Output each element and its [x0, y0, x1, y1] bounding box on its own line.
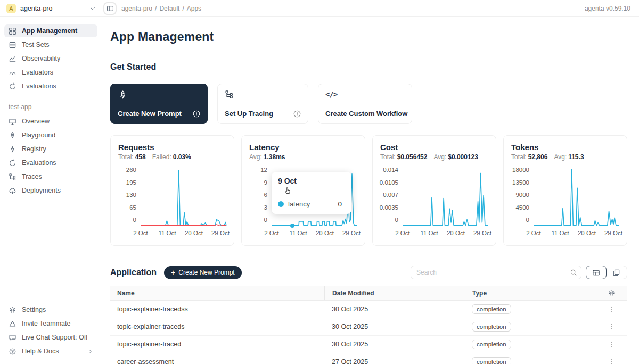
- app-name[interactable]: topic-explainer-traceds: [110, 323, 324, 330]
- info-icon[interactable]: [193, 110, 200, 118]
- create-custom-workflow-card[interactable]: </> Create Custom Workflow: [318, 84, 412, 124]
- search-input[interactable]: [411, 269, 566, 276]
- x-axis: 2 Oct11 Oct20 Oct29 Oct: [403, 230, 488, 237]
- sidebar-item-label: Invite Teammate: [22, 320, 70, 327]
- sidebar-item-label: App Management: [22, 27, 77, 35]
- app-name[interactable]: career-assessment: [110, 358, 324, 364]
- sidebar-item-label: Evaluations: [22, 159, 56, 167]
- code-icon: </>: [325, 90, 405, 98]
- series-color-dot: [278, 201, 284, 207]
- hovered-point-marker: [290, 224, 294, 228]
- create-new-prompt-button[interactable]: + Create New Prompt: [164, 266, 242, 279]
- cycle-icon: [9, 159, 17, 167]
- app-version: agenta v0.59.10: [585, 5, 639, 12]
- table-row[interactable]: career-assessment 27 Oct 2025 completion: [110, 353, 627, 364]
- sidebar-item-label: Live Chat Support: Off: [22, 334, 87, 341]
- stat-label: Avg:: [433, 153, 446, 161]
- breadcrumb-item[interactable]: Apps: [187, 5, 201, 12]
- stat-value: 1.38ms: [264, 153, 285, 161]
- breadcrumb[interactable]: agenta-pro / Default / Apps: [121, 5, 201, 12]
- stat-label: Avg:: [249, 153, 262, 161]
- type-badge: completion: [472, 340, 511, 349]
- sidebar-item-label: Help & Docs: [22, 348, 59, 355]
- breadcrumb-item[interactable]: Default: [159, 5, 179, 12]
- column-header-date-modified[interactable]: Date Modified: [324, 286, 464, 300]
- column-settings-gear-icon[interactable]: [608, 289, 616, 297]
- search-box: [411, 266, 581, 279]
- table-row[interactable]: topic-explainer-traced 30 Oct 2025 compl…: [110, 336, 627, 353]
- chevron-right-icon: [87, 349, 93, 354]
- info-icon[interactable]: [293, 110, 301, 118]
- org-switcher[interactable]: A agenta-pro: [0, 0, 102, 16]
- sidebar-item-playground[interactable]: Playground: [4, 129, 97, 142]
- y-axis: 260195130650: [118, 167, 136, 223]
- sidebar-toggle-button[interactable]: [103, 2, 117, 15]
- button-label: Create New Prompt: [178, 269, 234, 276]
- tooltip-date: 9 Oct: [278, 177, 345, 185]
- sidebar-item-app-management[interactable]: App Management: [4, 24, 97, 37]
- tokens-chart[interactable]: [534, 169, 619, 226]
- y-axis: 129630: [249, 167, 267, 223]
- applications-table: Name Date Modified Type topic-explainer-…: [110, 286, 627, 364]
- sidebar-item-invite-teammate[interactable]: Invite Teammate: [4, 317, 97, 330]
- cost-chart[interactable]: [403, 169, 488, 226]
- row-menu-icon[interactable]: [608, 341, 616, 348]
- card-label: Create New Prompt: [118, 110, 182, 118]
- card-view-icon: [612, 269, 620, 277]
- sidebar-section-label: test-app: [9, 103, 93, 111]
- trace-tree-icon: [9, 173, 17, 181]
- sidebar: App Management Test Sets Observability E…: [0, 17, 102, 364]
- sidebar-item-settings[interactable]: Settings: [4, 303, 97, 316]
- sidebar-item-test-sets[interactable]: Test Sets: [4, 38, 97, 51]
- create-new-prompt-card[interactable]: Create New Prompt: [110, 84, 208, 124]
- stat-value: $0.000123: [448, 153, 478, 161]
- org-name: agenta-pro: [20, 5, 85, 12]
- sidebar-item-evaluators[interactable]: Evaluators: [4, 66, 97, 79]
- type-badge: completion: [472, 304, 511, 314]
- stat-value: 52,806: [528, 153, 548, 161]
- search-icon: [570, 269, 577, 276]
- column-header-name[interactable]: Name: [110, 289, 324, 297]
- app-name[interactable]: topic-explainer-traced: [110, 341, 324, 348]
- sidebar-item-label: Traces: [22, 173, 42, 180]
- search-button[interactable]: [566, 266, 581, 279]
- stat-label: Total:: [380, 153, 396, 161]
- trace-tree-icon: [225, 90, 234, 99]
- sidebar-item-deployments[interactable]: Deployments: [4, 184, 97, 197]
- row-menu-icon[interactable]: [608, 358, 616, 364]
- requests-chart[interactable]: [141, 169, 226, 226]
- sidebar-item-evaluations-app[interactable]: Evaluations: [4, 156, 97, 169]
- column-header-type[interactable]: Type: [464, 286, 580, 300]
- application-title: Application: [110, 268, 157, 277]
- cursor-hand-icon: [283, 186, 292, 195]
- chart-title: Cost: [380, 143, 488, 152]
- view-toggle: [586, 266, 627, 279]
- table-row[interactable]: topic-explainer-tracedss 30 Oct 2025 com…: [110, 301, 627, 318]
- sidebar-item-observability[interactable]: Observability: [4, 52, 97, 65]
- table-row[interactable]: topic-explainer-traceds 30 Oct 2025 comp…: [110, 318, 627, 336]
- chat-bubble-icon: [9, 334, 17, 342]
- app-date-modified: 30 Oct 2025: [324, 323, 464, 330]
- row-menu-icon[interactable]: [608, 323, 616, 330]
- card-view-button[interactable]: [606, 266, 627, 279]
- app-name[interactable]: topic-explainer-tracedss: [110, 305, 324, 313]
- sidebar-item-registry[interactable]: Registry: [4, 143, 97, 155]
- metrics-charts-row: Requests Total:458 Failed:0.03% 26019513…: [110, 135, 627, 246]
- table-view-button[interactable]: [586, 266, 607, 279]
- rocket-icon: [118, 90, 128, 100]
- set-up-tracing-card[interactable]: Set Up Tracing: [217, 84, 308, 124]
- chart-tooltip: 9 Oct latency 0: [272, 172, 351, 214]
- row-menu-icon[interactable]: [608, 305, 616, 313]
- y-axis: 0.0140.01050.0070.00350: [380, 167, 398, 223]
- card-label: Create Custom Workflow: [325, 110, 407, 118]
- sidebar-item-overview[interactable]: Overview: [4, 115, 97, 128]
- app-date-modified: 30 Oct 2025: [324, 305, 464, 313]
- cloud-upload-icon: [9, 187, 17, 195]
- sidebar-item-live-chat[interactable]: Live Chat Support: Off: [4, 331, 97, 344]
- sidebar-item-evaluations[interactable]: Evaluations: [4, 80, 97, 93]
- stat-value: 458: [135, 153, 146, 161]
- table-icon: [9, 41, 17, 49]
- sidebar-item-help-docs[interactable]: Help & Docs: [4, 345, 97, 358]
- breadcrumb-item[interactable]: agenta-pro: [121, 5, 152, 12]
- sidebar-item-traces[interactable]: Traces: [4, 170, 97, 183]
